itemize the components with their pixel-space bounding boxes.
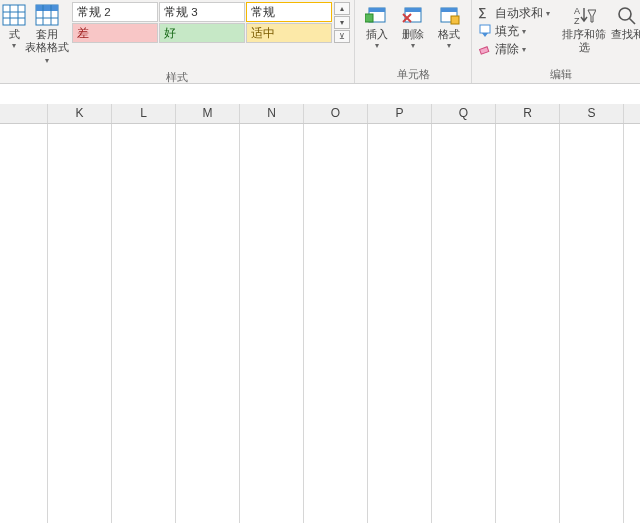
- col-head-P[interactable]: P: [368, 104, 432, 123]
- style-normal3[interactable]: 常规 3: [159, 2, 245, 22]
- cell[interactable]: [176, 444, 240, 464]
- cell[interactable]: [560, 204, 624, 224]
- cell[interactable]: [368, 284, 432, 304]
- cell[interactable]: [624, 164, 640, 184]
- cell[interactable]: [112, 184, 176, 204]
- cell[interactable]: [560, 184, 624, 204]
- cell[interactable]: [112, 304, 176, 324]
- cell[interactable]: [368, 444, 432, 464]
- cell[interactable]: [240, 444, 304, 464]
- cell[interactable]: [112, 344, 176, 364]
- cell[interactable]: [624, 364, 640, 384]
- cell[interactable]: [240, 144, 304, 164]
- clear-button[interactable]: 清除 ▾: [476, 40, 560, 58]
- cell[interactable]: [432, 444, 496, 464]
- cell[interactable]: [240, 344, 304, 364]
- cell[interactable]: [176, 244, 240, 264]
- cell[interactable]: [496, 144, 560, 164]
- cell[interactable]: [0, 164, 48, 184]
- cell[interactable]: [560, 424, 624, 444]
- cell[interactable]: [240, 484, 304, 504]
- cell[interactable]: [176, 464, 240, 484]
- cell[interactable]: [304, 224, 368, 244]
- cell[interactable]: [304, 144, 368, 164]
- cell[interactable]: [304, 244, 368, 264]
- cell[interactable]: [496, 204, 560, 224]
- cell[interactable]: [112, 124, 176, 144]
- cell[interactable]: [0, 324, 48, 344]
- cell[interactable]: [432, 324, 496, 344]
- cell[interactable]: [112, 204, 176, 224]
- cell[interactable]: [496, 444, 560, 464]
- cell[interactable]: [240, 244, 304, 264]
- cell[interactable]: [304, 404, 368, 424]
- cell[interactable]: [304, 424, 368, 444]
- cell[interactable]: [112, 324, 176, 344]
- cell[interactable]: [560, 144, 624, 164]
- cell[interactable]: [560, 484, 624, 504]
- cell[interactable]: [496, 184, 560, 204]
- cell[interactable]: [48, 304, 112, 324]
- cell[interactable]: [112, 244, 176, 264]
- cell[interactable]: [0, 184, 48, 204]
- cell[interactable]: [0, 444, 48, 464]
- cell[interactable]: [624, 504, 640, 523]
- cell[interactable]: [0, 424, 48, 444]
- cell[interactable]: [304, 384, 368, 404]
- cell[interactable]: [624, 344, 640, 364]
- cell[interactable]: [368, 184, 432, 204]
- format-as-table-button[interactable]: 套用 表格格式 ▾: [24, 2, 70, 68]
- cell[interactable]: [176, 264, 240, 284]
- cell[interactable]: [176, 324, 240, 344]
- cell[interactable]: [368, 344, 432, 364]
- cell[interactable]: [176, 304, 240, 324]
- cell[interactable]: [496, 324, 560, 344]
- cell[interactable]: [48, 384, 112, 404]
- cell[interactable]: [432, 164, 496, 184]
- cell[interactable]: [304, 184, 368, 204]
- cell[interactable]: [368, 264, 432, 284]
- cell[interactable]: [304, 344, 368, 364]
- cell[interactable]: [624, 324, 640, 344]
- cell[interactable]: [240, 304, 304, 324]
- cell[interactable]: [560, 464, 624, 484]
- cell[interactable]: [496, 384, 560, 404]
- cell[interactable]: [112, 504, 176, 523]
- cell[interactable]: [112, 404, 176, 424]
- cell[interactable]: [240, 204, 304, 224]
- col-head-K[interactable]: K: [48, 104, 112, 123]
- cell[interactable]: [432, 144, 496, 164]
- cell[interactable]: [304, 304, 368, 324]
- cell[interactable]: [240, 424, 304, 444]
- cell[interactable]: [176, 384, 240, 404]
- cell[interactable]: [0, 344, 48, 364]
- cell[interactable]: [0, 204, 48, 224]
- col-head-S[interactable]: S: [560, 104, 624, 123]
- col-head-L[interactable]: L: [112, 104, 176, 123]
- cell[interactable]: [48, 344, 112, 364]
- cell[interactable]: [48, 164, 112, 184]
- cell[interactable]: [368, 244, 432, 264]
- cell[interactable]: [368, 464, 432, 484]
- cell[interactable]: [304, 444, 368, 464]
- cell[interactable]: [240, 264, 304, 284]
- cell[interactable]: [624, 244, 640, 264]
- cell[interactable]: [304, 284, 368, 304]
- cell[interactable]: [432, 244, 496, 264]
- cell[interactable]: [368, 424, 432, 444]
- cell[interactable]: [176, 204, 240, 224]
- cell[interactable]: [0, 284, 48, 304]
- cell[interactable]: [560, 244, 624, 264]
- cell[interactable]: [176, 284, 240, 304]
- cell[interactable]: [112, 444, 176, 464]
- cell[interactable]: [496, 264, 560, 284]
- cell[interactable]: [48, 204, 112, 224]
- cell[interactable]: [240, 504, 304, 523]
- cell[interactable]: [48, 464, 112, 484]
- autosum-button[interactable]: ∑ 自动求和 ▾: [476, 4, 560, 22]
- cell[interactable]: [432, 404, 496, 424]
- cell[interactable]: [432, 384, 496, 404]
- cell[interactable]: [304, 504, 368, 523]
- col-head-M[interactable]: M: [176, 104, 240, 123]
- cell[interactable]: [496, 124, 560, 144]
